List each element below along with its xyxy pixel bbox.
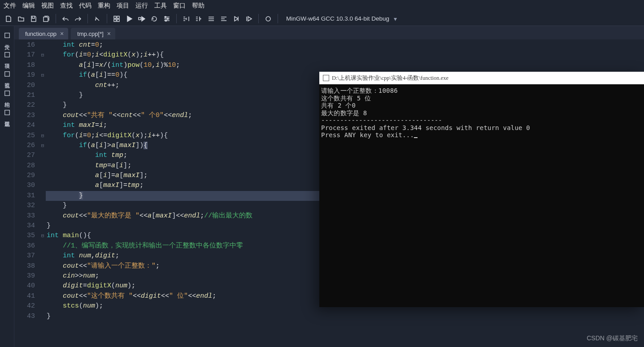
undo-button[interactable]	[61, 14, 70, 24]
line-number[interactable]: 21	[14, 91, 35, 100]
fold-toggle[interactable]	[39, 271, 46, 281]
tab-function.cpp[interactable]: function.cpp×	[19, 28, 68, 39]
line-number[interactable]: 38	[14, 261, 35, 271]
breakpoint-button[interactable]	[263, 14, 273, 24]
save-button[interactable]	[29, 14, 39, 24]
new-file-button[interactable]	[4, 14, 13, 24]
fold-toggle[interactable]	[39, 40, 46, 50]
line-number[interactable]: 25	[14, 131, 35, 141]
menu-文件[interactable]: 文件	[4, 2, 16, 10]
open-file-button[interactable]	[16, 14, 26, 24]
line-number[interactable]: 40	[14, 281, 35, 291]
code-line[interactable]: cout<<"共有 "<<cnt<<" 个0"<<endl;	[47, 111, 644, 121]
fold-toggle[interactable]	[39, 181, 46, 191]
menu-查找[interactable]: 查找	[60, 2, 73, 10]
code-line[interactable]: }	[47, 91, 644, 100]
code-line[interactable]: int tmp;	[47, 151, 644, 160]
fold-toggle[interactable]	[39, 191, 46, 201]
redo-button[interactable]	[73, 14, 83, 24]
line-number[interactable]: 37	[14, 251, 35, 261]
code-line[interactable]: int main(){	[47, 231, 644, 241]
fold-toggle[interactable]: ⊟	[39, 50, 46, 60]
line-number[interactable]: 17	[14, 50, 35, 60]
fold-toggle[interactable]	[39, 100, 46, 110]
line-number[interactable]: 41	[14, 291, 35, 301]
line-number[interactable]: 16	[14, 40, 35, 50]
fold-toggle[interactable]	[39, 171, 46, 181]
line-number[interactable]: 26	[14, 141, 35, 151]
code-line[interactable]: cnt++;	[47, 81, 644, 91]
fold-toggle[interactable]	[39, 121, 46, 130]
fold-toggle[interactable]: ⊟	[39, 70, 46, 80]
fold-toggle[interactable]	[39, 81, 46, 91]
code-line[interactable]: digit=digitX(num);	[47, 281, 644, 291]
tab-tmp.cpp[*][interactable]: tmp.cpp[*]×	[71, 28, 115, 39]
close-icon[interactable]: ×	[60, 30, 64, 37]
line-number[interactable]: 43	[14, 312, 35, 321]
fold-toggle[interactable]	[39, 111, 46, 121]
menu-运行[interactable]: 运行	[135, 2, 148, 10]
code-line[interactable]: }	[47, 201, 644, 211]
code-line[interactable]: int cnt=0;	[47, 40, 644, 50]
line-number[interactable]: 31	[14, 191, 35, 201]
fold-toggle[interactable]	[39, 251, 46, 261]
code-editor[interactable]: 1617181920212223242526272829303132333435…	[14, 39, 644, 347]
line-number[interactable]: 19	[14, 70, 35, 80]
rail-试题集[interactable]: 试题集	[3, 107, 11, 120]
line-number[interactable]: 27	[14, 151, 35, 160]
line-number[interactable]: 32	[14, 201, 35, 211]
fold-toggle[interactable]: ⊟	[39, 141, 46, 151]
line-number[interactable]: 30	[14, 181, 35, 191]
fold-toggle[interactable]	[39, 301, 46, 311]
code-line[interactable]: cout<<"请输入一个正整数：";	[47, 261, 644, 271]
line-number[interactable]: 35	[14, 231, 35, 241]
line-number[interactable]: 34	[14, 221, 35, 231]
step-button[interactable]	[244, 14, 254, 24]
code-line[interactable]: }	[47, 312, 644, 321]
code-line[interactable]: a[maxI]=tmp;	[47, 181, 644, 191]
close-icon[interactable]: ×	[107, 30, 111, 37]
compile-button[interactable]	[112, 14, 122, 24]
rail-监视[interactable]: 监视	[3, 68, 11, 81]
fold-toggle[interactable]	[39, 221, 46, 231]
line-number[interactable]: 22	[14, 100, 35, 110]
run-button[interactable]	[124, 14, 134, 24]
comment-button[interactable]	[206, 14, 216, 24]
fold-toggle[interactable]	[39, 201, 46, 211]
fold-toggle[interactable]	[39, 261, 46, 271]
menu-帮助[interactable]: 帮助	[192, 2, 205, 10]
code-line[interactable]: int num,digit;	[47, 251, 644, 261]
fold-toggle[interactable]	[39, 161, 46, 171]
fold-toggle[interactable]	[39, 61, 46, 70]
fold-toggle[interactable]	[39, 291, 46, 301]
indent-dec-button[interactable]	[181, 14, 191, 24]
fold-toggle[interactable]	[39, 211, 46, 221]
line-number[interactable]: 24	[14, 121, 35, 130]
menu-窗口[interactable]: 窗口	[173, 2, 186, 10]
code-line[interactable]: stcs(num);	[47, 301, 644, 311]
debug-button[interactable]	[231, 14, 241, 24]
rail-结构[interactable]: 结构	[3, 87, 11, 100]
menu-项目[interactable]: 项目	[117, 2, 129, 10]
rail-文件[interactable]: 文件	[3, 30, 11, 43]
options-button[interactable]	[162, 14, 172, 24]
code-line[interactable]: if(a[i]==0){	[47, 70, 644, 80]
code-line[interactable]: for(i=0;i<digitX(x);i++){	[47, 50, 644, 60]
indent-inc-button[interactable]	[194, 14, 204, 24]
code-line[interactable]: }	[47, 191, 644, 201]
fold-toggle[interactable]	[39, 281, 46, 291]
code-line[interactable]: //1、编写函数，实现统计和输出一个正整数中各位数字中零	[47, 241, 644, 251]
menu-代码[interactable]: 代码	[79, 2, 91, 10]
compile-run-button[interactable]	[137, 14, 147, 24]
line-number[interactable]: 18	[14, 61, 35, 70]
rebuild-button[interactable]	[149, 14, 159, 24]
code-line[interactable]: cin>>num;	[47, 271, 644, 281]
rail-项目[interactable]: 项目	[3, 49, 11, 62]
locate-button[interactable]	[92, 14, 102, 24]
code-line[interactable]: }	[47, 221, 644, 231]
fold-toggle[interactable]	[39, 151, 46, 160]
code-line[interactable]: }	[47, 100, 644, 110]
fold-toggle[interactable]	[39, 241, 46, 251]
compiler-selector[interactable]: MinGW-w64 GCC 10.3.0 64-bit Debug ▾	[286, 15, 397, 22]
line-number[interactable]: 20	[14, 81, 35, 91]
